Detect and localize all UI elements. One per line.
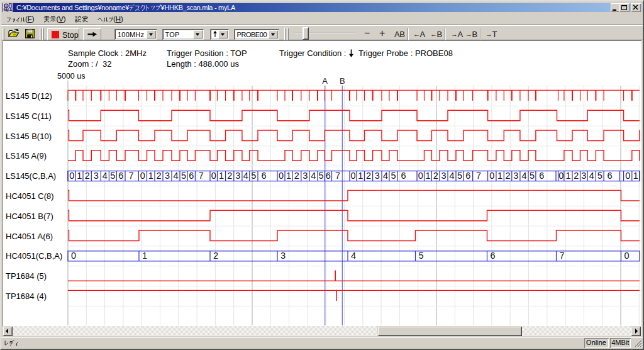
svg-text:6: 6 <box>401 171 406 181</box>
svg-text:0: 0 <box>625 251 630 261</box>
svg-text:5: 5 <box>457 171 462 181</box>
svg-text:1: 1 <box>286 171 291 181</box>
svg-text:4: 4 <box>173 171 178 181</box>
svg-text:3: 3 <box>165 171 170 181</box>
svg-text:0: 0 <box>558 171 564 181</box>
svg-text:3: 3 <box>235 171 240 181</box>
svg-text:1: 1 <box>497 171 502 181</box>
svg-text:3: 3 <box>375 171 380 181</box>
svg-text:0: 0 <box>350 171 355 181</box>
svg-text:6: 6 <box>608 171 613 181</box>
svg-text:4: 4 <box>351 251 356 261</box>
svg-text:3: 3 <box>441 171 446 181</box>
svg-text:5: 5 <box>319 171 324 181</box>
svg-text:4: 4 <box>383 171 388 181</box>
svg-text:2: 2 <box>574 171 579 181</box>
svg-text:5: 5 <box>251 171 256 181</box>
svg-text:4: 4 <box>243 171 248 181</box>
svg-text:0: 0 <box>140 171 145 181</box>
svg-text:0: 0 <box>69 171 74 181</box>
svg-text:A: A <box>322 76 328 86</box>
svg-text:3: 3 <box>280 251 286 261</box>
svg-text:6: 6 <box>189 171 194 181</box>
svg-text:2: 2 <box>433 171 438 181</box>
svg-text:3: 3 <box>303 171 308 181</box>
svg-text:5: 5 <box>419 251 424 261</box>
svg-text:4: 4 <box>521 171 526 181</box>
svg-text:6: 6 <box>326 171 331 181</box>
svg-text:6: 6 <box>261 171 266 181</box>
svg-text:6: 6 <box>491 251 496 261</box>
svg-text:2: 2 <box>505 171 510 181</box>
svg-text:4: 4 <box>103 171 108 181</box>
svg-text:0: 0 <box>71 251 76 261</box>
svg-text:7: 7 <box>199 171 204 181</box>
svg-text:4: 4 <box>311 171 316 181</box>
svg-text:5: 5 <box>391 171 396 181</box>
svg-text:1: 1 <box>219 171 224 181</box>
svg-text:0: 0 <box>279 171 284 181</box>
svg-text:1: 1 <box>358 171 363 181</box>
svg-text:1: 1 <box>148 171 153 181</box>
svg-text:B: B <box>340 76 345 86</box>
svg-text:0: 0 <box>418 171 423 181</box>
svg-text:2: 2 <box>294 171 299 181</box>
svg-text:6: 6 <box>465 171 470 181</box>
svg-text:5: 5 <box>597 171 602 181</box>
svg-text:0: 0 <box>625 171 630 181</box>
svg-text:2: 2 <box>366 171 371 181</box>
svg-text:3: 3 <box>94 171 99 181</box>
svg-text:2: 2 <box>227 171 232 181</box>
svg-text:5: 5 <box>530 171 535 181</box>
svg-text:2: 2 <box>85 171 90 181</box>
svg-text:5: 5 <box>110 171 115 181</box>
svg-text:4: 4 <box>449 171 454 181</box>
svg-text:1: 1 <box>425 171 430 181</box>
svg-text:0: 0 <box>489 171 494 181</box>
svg-text:7: 7 <box>335 171 340 181</box>
svg-text:1: 1 <box>142 251 147 261</box>
svg-text:5: 5 <box>181 171 186 181</box>
svg-text:6: 6 <box>539 171 544 181</box>
svg-text:1: 1 <box>77 171 82 181</box>
svg-text:2: 2 <box>213 251 218 261</box>
svg-text:7: 7 <box>128 171 133 181</box>
svg-text:3: 3 <box>581 171 586 181</box>
svg-text:7: 7 <box>560 251 565 261</box>
svg-text:0: 0 <box>211 171 216 181</box>
svg-text:4: 4 <box>589 171 594 181</box>
svg-text:1: 1 <box>565 171 570 181</box>
svg-text:3: 3 <box>513 171 518 181</box>
svg-text:1: 1 <box>633 171 638 181</box>
svg-text:7: 7 <box>476 171 481 181</box>
svg-text:6: 6 <box>118 171 123 181</box>
svg-text:2: 2 <box>156 171 161 181</box>
